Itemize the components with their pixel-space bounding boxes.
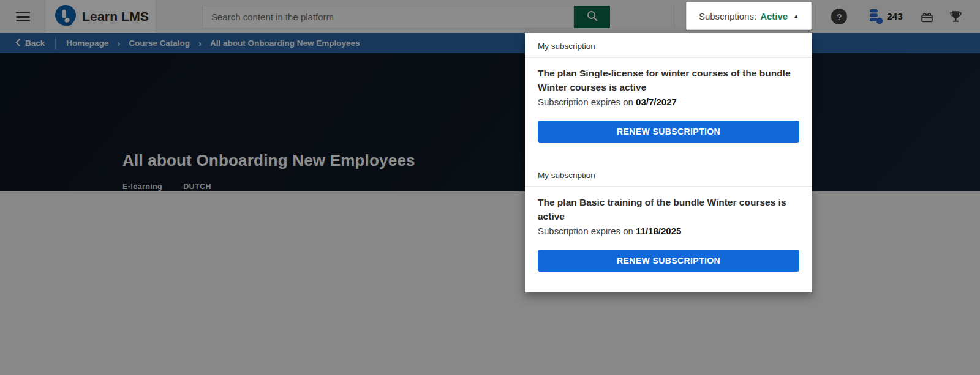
expiration-text: Subscription expires on 11/18/2025 <box>538 226 799 236</box>
caret-up-icon: ▲ <box>793 13 799 19</box>
plan-status-text: The plan Basic training of the bundle Wi… <box>538 195 799 223</box>
course-page: Learn LMS ? <box>0 0 980 375</box>
plan-status-text: The plan Single-license for winter cours… <box>538 66 799 94</box>
expiration-date: 03/7/2027 <box>636 97 677 107</box>
modal-scrim[interactable] <box>0 0 980 375</box>
panel-divider <box>525 57 812 58</box>
subscription-section-heading: My subscription <box>538 42 799 51</box>
subscriptions-label: Subscriptions: <box>699 11 756 21</box>
renew-subscription-button[interactable]: RENEW SUBSCRIPTION <box>538 250 799 272</box>
subscription-item: My subscription The plan Single-license … <box>538 42 799 143</box>
panel-divider <box>525 186 812 187</box>
expiration-prefix: Subscription expires on <box>538 97 636 107</box>
subscriptions-panel: My subscription The plan Single-license … <box>525 33 812 292</box>
expiration-prefix: Subscription expires on <box>538 226 636 236</box>
subscriptions-status: Active <box>760 11 788 21</box>
subscriptions-dropdown-button[interactable]: Subscriptions: Active ▲ <box>686 2 812 30</box>
expiration-text: Subscription expires on 03/7/2027 <box>538 97 799 107</box>
subscription-item: My subscription The plan Basic training … <box>538 171 799 272</box>
renew-subscription-button[interactable]: RENEW SUBSCRIPTION <box>538 121 799 143</box>
subscription-section-heading: My subscription <box>538 171 799 180</box>
expiration-date: 11/18/2025 <box>636 226 681 236</box>
